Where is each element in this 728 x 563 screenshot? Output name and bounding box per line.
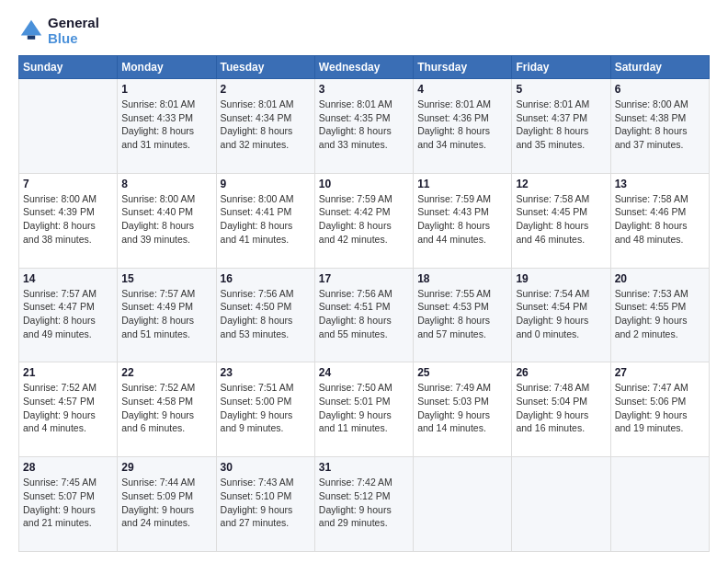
day-number: 6	[615, 83, 705, 96]
day-info: Sunrise: 8:00 AMSunset: 4:39 PMDaylight:…	[23, 192, 113, 247]
calendar-cell: 31Sunrise: 7:42 AMSunset: 5:12 PMDayligh…	[314, 457, 413, 552]
calendar-cell: 14Sunrise: 7:57 AMSunset: 4:47 PMDayligh…	[19, 268, 118, 362]
day-info: Sunrise: 7:49 AMSunset: 5:03 PMDaylight:…	[417, 381, 507, 435]
day-number: 21	[23, 366, 113, 379]
calendar-cell: 4Sunrise: 8:01 AMSunset: 4:36 PMDaylight…	[414, 79, 512, 174]
day-number: 12	[516, 178, 606, 190]
weekday-header-sunday: Sunday	[19, 56, 118, 79]
calendar-cell	[19, 79, 118, 174]
day-number: 30	[221, 461, 311, 474]
calendar-cell: 6Sunrise: 8:00 AMSunset: 4:38 PMDaylight…	[610, 79, 709, 174]
day-info: Sunrise: 8:01 AMSunset: 4:33 PMDaylight:…	[121, 98, 211, 152]
calendar-cell: 5Sunrise: 8:01 AMSunset: 4:37 PMDaylight…	[512, 79, 610, 174]
day-number: 1	[121, 83, 211, 96]
calendar-cell: 3Sunrise: 8:01 AMSunset: 4:35 PMDaylight…	[314, 79, 413, 174]
calendar-cell: 28Sunrise: 7:45 AMSunset: 5:07 PMDayligh…	[19, 457, 118, 552]
calendar-cell	[414, 457, 512, 552]
calendar-cell: 8Sunrise: 8:00 AMSunset: 4:40 PMDaylight…	[118, 173, 216, 268]
calendar-cell: 20Sunrise: 7:53 AMSunset: 4:55 PMDayligh…	[610, 268, 709, 362]
day-info: Sunrise: 7:56 AMSunset: 4:51 PMDaylight:…	[319, 287, 409, 341]
calendar-cell: 18Sunrise: 7:55 AMSunset: 4:53 PMDayligh…	[414, 268, 512, 362]
week-row-1: 1Sunrise: 8:01 AMSunset: 4:33 PMDaylight…	[19, 79, 710, 174]
calendar-cell: 10Sunrise: 7:59 AMSunset: 4:42 PMDayligh…	[314, 173, 413, 268]
calendar-cell: 26Sunrise: 7:48 AMSunset: 5:04 PMDayligh…	[512, 362, 610, 457]
calendar-table: SundayMondayTuesdayWednesdayThursdayFrid…	[18, 55, 710, 552]
weekday-header-monday: Monday	[118, 56, 216, 79]
day-number: 14	[23, 272, 113, 285]
day-number: 7	[23, 178, 113, 190]
day-number: 10	[319, 178, 409, 190]
day-info: Sunrise: 7:50 AMSunset: 5:01 PMDaylight:…	[319, 381, 409, 435]
day-number: 23	[221, 366, 311, 379]
week-row-5: 28Sunrise: 7:45 AMSunset: 5:07 PMDayligh…	[19, 457, 710, 552]
day-info: Sunrise: 7:52 AMSunset: 4:58 PMDaylight:…	[121, 381, 211, 435]
day-number: 17	[319, 272, 409, 285]
calendar-cell: 30Sunrise: 7:43 AMSunset: 5:10 PMDayligh…	[216, 457, 314, 552]
calendar-cell: 27Sunrise: 7:47 AMSunset: 5:06 PMDayligh…	[610, 362, 709, 457]
day-info: Sunrise: 7:54 AMSunset: 4:54 PMDaylight:…	[516, 287, 606, 341]
day-info: Sunrise: 7:56 AMSunset: 4:50 PMDaylight:…	[221, 287, 311, 341]
day-info: Sunrise: 7:51 AMSunset: 5:00 PMDaylight:…	[221, 381, 311, 435]
calendar-cell: 19Sunrise: 7:54 AMSunset: 4:54 PMDayligh…	[512, 268, 610, 362]
svg-rect-1	[28, 36, 35, 40]
day-info: Sunrise: 7:59 AMSunset: 4:42 PMDaylight:…	[319, 192, 409, 247]
week-row-4: 21Sunrise: 7:52 AMSunset: 4:57 PMDayligh…	[19, 362, 710, 457]
day-info: Sunrise: 8:00 AMSunset: 4:38 PMDaylight:…	[615, 98, 705, 152]
day-info: Sunrise: 7:57 AMSunset: 4:49 PMDaylight:…	[121, 287, 211, 341]
weekday-header-saturday: Saturday	[610, 56, 709, 79]
header: General Blue	[18, 15, 710, 46]
day-info: Sunrise: 7:55 AMSunset: 4:53 PMDaylight:…	[417, 287, 507, 341]
day-number: 24	[319, 366, 409, 379]
calendar-cell: 15Sunrise: 7:57 AMSunset: 4:49 PMDayligh…	[118, 268, 216, 362]
day-info: Sunrise: 8:01 AMSunset: 4:34 PMDaylight:…	[221, 98, 311, 152]
day-info: Sunrise: 8:01 AMSunset: 4:37 PMDaylight:…	[516, 98, 606, 152]
day-info: Sunrise: 7:43 AMSunset: 5:10 PMDaylight:…	[221, 476, 311, 530]
day-info: Sunrise: 8:01 AMSunset: 4:36 PMDaylight:…	[417, 98, 507, 152]
day-number: 18	[417, 272, 507, 285]
weekday-header-tuesday: Tuesday	[216, 56, 314, 79]
day-number: 11	[417, 178, 507, 190]
day-number: 15	[121, 272, 211, 285]
calendar-cell: 12Sunrise: 7:58 AMSunset: 4:45 PMDayligh…	[512, 173, 610, 268]
calendar-cell: 17Sunrise: 7:56 AMSunset: 4:51 PMDayligh…	[314, 268, 413, 362]
day-info: Sunrise: 7:57 AMSunset: 4:47 PMDaylight:…	[23, 287, 113, 341]
day-number: 19	[516, 272, 606, 285]
day-number: 25	[417, 366, 507, 379]
weekday-header-friday: Friday	[512, 56, 610, 79]
logo: General Blue	[18, 15, 99, 46]
logo-icon	[18, 17, 44, 43]
day-number: 20	[615, 272, 705, 285]
calendar-cell: 11Sunrise: 7:59 AMSunset: 4:43 PMDayligh…	[414, 173, 512, 268]
calendar-cell: 23Sunrise: 7:51 AMSunset: 5:00 PMDayligh…	[216, 362, 314, 457]
day-number: 9	[221, 178, 311, 190]
calendar-cell: 7Sunrise: 8:00 AMSunset: 4:39 PMDaylight…	[19, 173, 118, 268]
day-info: Sunrise: 8:00 AMSunset: 4:41 PMDaylight:…	[221, 192, 311, 247]
day-info: Sunrise: 7:58 AMSunset: 4:46 PMDaylight:…	[615, 192, 705, 247]
calendar-cell: 24Sunrise: 7:50 AMSunset: 5:01 PMDayligh…	[314, 362, 413, 457]
day-number: 13	[615, 178, 705, 190]
calendar-cell: 25Sunrise: 7:49 AMSunset: 5:03 PMDayligh…	[414, 362, 512, 457]
day-number: 2	[221, 83, 311, 96]
week-row-2: 7Sunrise: 8:00 AMSunset: 4:39 PMDaylight…	[19, 173, 710, 268]
weekday-header-thursday: Thursday	[414, 56, 512, 79]
calendar-cell: 29Sunrise: 7:44 AMSunset: 5:09 PMDayligh…	[118, 457, 216, 552]
calendar-cell: 9Sunrise: 8:00 AMSunset: 4:41 PMDaylight…	[216, 173, 314, 268]
day-number: 26	[516, 366, 606, 379]
day-number: 28	[23, 461, 113, 474]
week-row-3: 14Sunrise: 7:57 AMSunset: 4:47 PMDayligh…	[19, 268, 710, 362]
day-info: Sunrise: 7:44 AMSunset: 5:09 PMDaylight:…	[121, 476, 211, 530]
day-number: 4	[417, 83, 507, 96]
day-number: 5	[516, 83, 606, 96]
day-info: Sunrise: 7:42 AMSunset: 5:12 PMDaylight:…	[319, 476, 409, 530]
calendar-cell: 16Sunrise: 7:56 AMSunset: 4:50 PMDayligh…	[216, 268, 314, 362]
calendar-cell: 2Sunrise: 8:01 AMSunset: 4:34 PMDaylight…	[216, 79, 314, 174]
day-number: 27	[615, 366, 705, 379]
day-info: Sunrise: 7:58 AMSunset: 4:45 PMDaylight:…	[516, 192, 606, 247]
page: General Blue SundayMondayTuesdayWednesda…	[0, 0, 728, 563]
day-number: 16	[221, 272, 311, 285]
day-info: Sunrise: 7:52 AMSunset: 4:57 PMDaylight:…	[23, 381, 113, 435]
day-info: Sunrise: 8:01 AMSunset: 4:35 PMDaylight:…	[319, 98, 409, 152]
calendar-cell: 21Sunrise: 7:52 AMSunset: 4:57 PMDayligh…	[19, 362, 118, 457]
day-info: Sunrise: 7:48 AMSunset: 5:04 PMDaylight:…	[516, 381, 606, 435]
day-number: 8	[121, 178, 211, 190]
